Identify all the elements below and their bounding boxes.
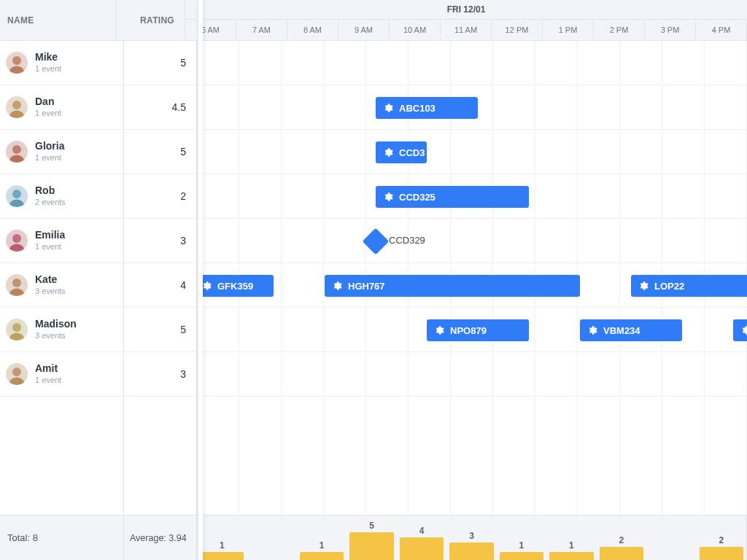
rating-cell: 5 xyxy=(124,130,196,174)
event-bar[interactable]: ABC103 xyxy=(376,97,478,119)
timeline[interactable]: ABC103CCD3CCD325CCD329GFK359HGH767LOP22N… xyxy=(197,41,747,515)
rating-cell: 4 xyxy=(124,263,196,308)
hour-label: 1 PM xyxy=(543,20,594,40)
column-header-name[interactable]: NAME xyxy=(0,0,117,40)
histogram-value: 1 xyxy=(297,540,347,551)
gear-icon xyxy=(740,325,747,335)
hour-scale: 6 AM7 AM8 AM9 AM10 AM11 AM12 PM1 PM2 PM3… xyxy=(185,20,747,40)
timeline-row[interactable]: NPO879VBM234AS xyxy=(197,308,747,352)
svg-point-2 xyxy=(12,56,21,65)
milestone-label: CCD329 xyxy=(389,235,425,246)
person-row[interactable]: Kate 3 events xyxy=(0,263,123,308)
event-label: NPO879 xyxy=(450,325,487,336)
gear-icon xyxy=(332,281,342,291)
event-label: CCD325 xyxy=(399,192,436,203)
person-subtitle: 3 events xyxy=(35,286,66,296)
gear-icon xyxy=(201,281,212,291)
person-name: Gloria xyxy=(35,140,64,152)
gear-icon xyxy=(383,192,393,202)
hour-label: 9 AM xyxy=(338,20,390,40)
event-bar[interactable]: NPO879 xyxy=(427,319,529,341)
svg-point-22 xyxy=(12,279,21,287)
histogram-value: 1 xyxy=(546,540,596,551)
hour-label: 6 AM xyxy=(185,20,236,40)
person-row[interactable]: Emilia 1 event xyxy=(0,219,123,263)
person-subtitle: 2 events xyxy=(35,197,66,207)
timeline-row[interactable]: CCD3 xyxy=(197,130,747,174)
svg-point-30 xyxy=(12,368,21,376)
gear-icon xyxy=(383,103,393,113)
histogram-value: 4 xyxy=(397,526,446,536)
rating-cell: 4.5 xyxy=(124,85,196,130)
timeline-row[interactable] xyxy=(197,41,747,85)
gear-icon xyxy=(638,281,649,291)
event-bar[interactable]: CCD325 xyxy=(376,186,529,208)
timeline-row[interactable] xyxy=(197,352,747,397)
histogram-value: 1 xyxy=(197,540,247,551)
footer-avg-label: Average: xyxy=(130,533,166,543)
event-bar[interactable]: HGH767 xyxy=(325,275,580,297)
event-bar[interactable]: VBM234 xyxy=(580,319,682,341)
gear-icon xyxy=(434,325,444,335)
avatar xyxy=(6,96,28,118)
footer-total-value: 8 xyxy=(33,532,38,543)
person-row[interactable]: Mike 1 event xyxy=(0,41,123,85)
avatar xyxy=(6,185,28,207)
timeline-row[interactable]: CCD329 xyxy=(197,219,747,263)
svg-point-6 xyxy=(12,101,21,109)
rating-cell: 3 xyxy=(124,352,196,397)
histogram-value: 5 xyxy=(347,521,396,531)
person-subtitle: 1 event xyxy=(35,152,64,163)
event-label: ABC103 xyxy=(399,103,436,114)
timeline-row[interactable]: ABC103 xyxy=(197,85,747,130)
column-header-rating[interactable]: RATING xyxy=(117,0,185,40)
footer: Total: 8 Average: 3.94 115431122 xyxy=(0,515,747,560)
avatar xyxy=(6,141,28,163)
person-row[interactable]: Dan 1 event xyxy=(0,85,123,130)
milestone-diamond[interactable] xyxy=(363,228,390,255)
hour-label: 11 AM xyxy=(441,20,492,40)
footer-avg-value: 3.94 xyxy=(169,533,186,543)
histogram-value: 2 xyxy=(697,535,746,545)
footer-total-label: Total: xyxy=(7,532,30,543)
footer-histogram: 115431122 xyxy=(197,516,747,560)
timeline-row[interactable]: CCD325 xyxy=(197,174,747,219)
histogram-value: 2 xyxy=(597,535,646,545)
histogram-value: 1 xyxy=(497,540,546,551)
event-label: GFK359 xyxy=(217,281,253,292)
rating-column: 54.5523453 xyxy=(124,41,197,515)
event-bar[interactable]: CCD3 xyxy=(376,141,427,163)
person-row[interactable]: Amit 1 event xyxy=(0,352,123,397)
person-subtitle: 1 event xyxy=(35,108,61,118)
event-label: VBM234 xyxy=(603,325,640,336)
avatar xyxy=(6,363,28,385)
person-subtitle: 1 event xyxy=(35,241,65,252)
person-subtitle: 3 events xyxy=(35,330,77,341)
header-row: NAME RATING FRI 12/01 6 AM7 AM8 AM9 AM10… xyxy=(0,0,747,41)
rating-cell: 5 xyxy=(124,41,196,85)
timeline-row[interactable]: GFK359HGH767LOP22 xyxy=(197,263,747,308)
svg-point-26 xyxy=(12,323,21,332)
person-subtitle: 1 event xyxy=(35,375,61,385)
avatar xyxy=(6,274,28,296)
person-name: Dan xyxy=(35,96,61,108)
person-name: Madison xyxy=(35,318,77,330)
hour-label: 3 PM xyxy=(645,20,696,40)
svg-point-10 xyxy=(12,145,21,154)
hour-label: 4 PM xyxy=(696,20,747,40)
footer-average: Average: 3.94 xyxy=(124,516,197,560)
event-bar[interactable]: LOP22 xyxy=(631,275,747,297)
person-subtitle: 1 event xyxy=(35,63,61,74)
hour-label: 10 AM xyxy=(390,20,441,40)
person-row[interactable]: Madison 3 events xyxy=(0,308,123,352)
hour-label: 12 PM xyxy=(492,20,543,40)
event-bar[interactable]: AS xyxy=(733,319,747,341)
event-bar[interactable]: GFK359 xyxy=(197,275,274,297)
gear-icon xyxy=(587,325,597,335)
avatar xyxy=(6,319,28,341)
svg-point-14 xyxy=(12,190,21,198)
hour-label: 7 AM xyxy=(236,20,287,40)
person-row[interactable]: Rob 2 events xyxy=(0,174,123,219)
event-label: LOP22 xyxy=(654,281,684,292)
person-row[interactable]: Gloria 1 event xyxy=(0,130,123,174)
